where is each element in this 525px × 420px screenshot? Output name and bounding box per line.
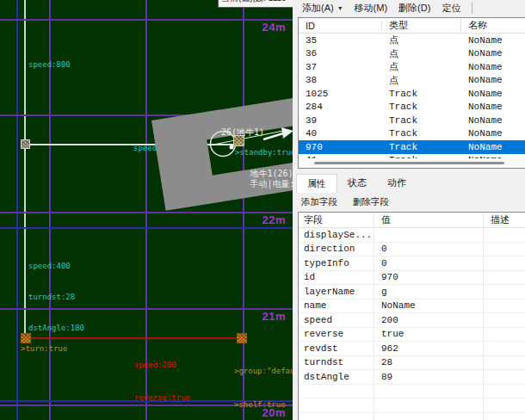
list-header-type[interactable]: 类型 (382, 19, 461, 32)
canvas-label-mid2: turndst:28 (28, 292, 84, 302)
canvas-label-speed800: speed:800 (28, 59, 71, 70)
tab-state[interactable]: 状态 (337, 174, 377, 192)
grid-row-empty[interactable] (299, 398, 525, 413)
menu-locate-label: 定位 (442, 2, 460, 15)
grid-row[interactable]: dstAngle 89 (299, 370, 525, 385)
grid-row-empty[interactable] (299, 385, 525, 399)
chevron-down-icon: ▼ (337, 5, 343, 11)
grid-row[interactable]: layerName g (299, 285, 525, 300)
grid-row[interactable]: revdst 962 (299, 342, 525, 356)
list-row-selected[interactable]: 970 Track NoName (299, 140, 525, 154)
list-cell-id: 38 (299, 75, 382, 85)
vehicle-standby-label: >standby:true (235, 147, 293, 158)
list-cell-type: Track (382, 128, 461, 139)
grid-cell-value[interactable]: 200 (374, 313, 484, 327)
grid-cell-value[interactable]: 89 (374, 370, 484, 384)
ruler-label-22m: 22m (262, 213, 286, 226)
tab-properties[interactable]: 属性 (296, 174, 337, 193)
canvas-label-or1: >group:"defaul (234, 366, 293, 377)
grid-cell-value[interactable]: 28 (374, 356, 484, 370)
grid-header-value[interactable]: 值 (374, 213, 484, 227)
grid-row[interactable]: displaySe... (299, 228, 525, 243)
grid-header-field[interactable]: 字段 (299, 213, 374, 227)
list-cell-name: NoName (461, 142, 525, 152)
grid-cell-value[interactable]: 0 (374, 243, 484, 256)
map-canvas[interactable]: 24m 22m 21m 20m speed: speed:800 speed:4 (0, 0, 293, 420)
grid-cell-field: typeInfo (299, 256, 374, 270)
list-cell-id: 40 (299, 128, 382, 139)
grid-row[interactable]: id 970 (299, 271, 525, 286)
menu-delete[interactable]: 删除(D) (398, 2, 430, 15)
scrollbar-thumb[interactable] (314, 162, 504, 164)
grid-row-empty[interactable] (299, 413, 525, 420)
menu-add-label: 添加(A) (302, 2, 334, 15)
list-header-id[interactable]: ID (299, 21, 382, 31)
grid-row[interactable]: name NoName (299, 300, 525, 314)
list-cell-type: Track (382, 102, 461, 112)
vehicle-mode-label: 手动|电量: (250, 179, 293, 188)
grid-row[interactable]: typeInfo 0 (299, 256, 525, 271)
grid-row[interactable]: turndst 28 (299, 356, 525, 371)
list-row[interactable]: 1025 Track NoName (299, 87, 525, 101)
grid-cell-value[interactable]: 970 (374, 271, 484, 285)
list-cell-id: 284 (299, 102, 382, 112)
list-cell-name: NoName (461, 128, 525, 139)
menu-move[interactable]: 移动(M) (355, 2, 388, 15)
menu-add[interactable]: 添加(A) ▼ (302, 2, 343, 15)
node-point-bottom-right[interactable] (237, 333, 247, 343)
list-row[interactable]: 35 点 NoName (299, 34, 525, 47)
list-row[interactable]: 38 点 NoName (299, 74, 525, 88)
grid-cell-field (299, 413, 374, 420)
grid-row[interactable]: reverse true (299, 328, 525, 343)
ruler-label-24m: 24m (262, 21, 286, 34)
list-cell-name: NoName (461, 89, 525, 99)
node-point-top-left[interactable] (21, 139, 30, 149)
grid-cell-field: name (299, 300, 374, 313)
list-cell-type: 点 (382, 74, 461, 87)
grid-row[interactable]: speed 200 (299, 313, 525, 328)
grid-cell-value (374, 413, 484, 420)
grid-cell-field (299, 398, 374, 412)
grid-header-desc[interactable]: 描述 (484, 213, 525, 226)
grid-cell-value[interactable]: 962 (374, 342, 484, 355)
list-row[interactable]: 40 Track NoName (299, 127, 525, 141)
tab-action[interactable]: 动作 (377, 174, 417, 192)
list-horizontal-scrollbar[interactable] (300, 158, 525, 168)
menubar-separator (472, 3, 472, 14)
grid-cell-value[interactable]: 0 (374, 256, 484, 270)
canvas-label-red2: reverse:true (134, 392, 190, 404)
property-grid: 字段 值 描述 displaySe... direction 0 typeInf… (298, 212, 525, 420)
menu-locate[interactable]: 定位 (442, 2, 460, 15)
list-row[interactable]: 37 点 NoName (299, 60, 525, 74)
list-row[interactable]: 39 Track NoName (299, 114, 525, 127)
side-panel: 添加(A) ▼ 移动(M) 删除(D) 定位 ID 类型 名称 35 点 NoN… (293, 0, 525, 420)
grid-cell-field: layerName (299, 285, 374, 299)
remove-field-button[interactable]: 删除字段 (351, 195, 391, 210)
list-cell-type: 点 (382, 34, 461, 46)
list-cell-name: NoName (461, 62, 525, 72)
grid-cell-field: id (299, 271, 374, 285)
grid-cell-value[interactable]: true (374, 328, 484, 342)
grid-row[interactable]: direction 0 (299, 243, 525, 257)
list-header-name[interactable]: 名称 (461, 19, 525, 32)
app-window: 24m 22m 21m 20m speed: speed:800 speed:4 (0, 0, 525, 420)
grid-cell-value[interactable] (374, 228, 484, 242)
list-row[interactable]: 36 点 NoName (299, 47, 525, 61)
canvas-label-mid3: dstAngle:180 (28, 323, 84, 333)
list-cell-type: Track (382, 142, 461, 152)
panel-menubar: 添加(A) ▼ 移动(M) 删除(D) 定位 (293, 0, 525, 16)
grid-cell-field (299, 385, 374, 398)
list-cell-id: 39 (299, 115, 382, 126)
grid-cell-value[interactable]: NoName (374, 300, 484, 313)
list-cell-name: NoName (461, 35, 525, 46)
direction-arrow-head (281, 127, 293, 139)
canvas-label-mid-block: speed:400 turndst:28 dstAngle:180 (28, 240, 84, 354)
vehicle-status-line: 手动|电量:75 (222, 169, 293, 200)
list-cell-name: NoName (461, 48, 525, 59)
list-cell-type: Track (382, 89, 461, 99)
field-toolbar: 添加字段 删除字段 (300, 195, 403, 210)
list-row[interactable]: 284 Track NoName (299, 101, 525, 114)
grid-cell-value[interactable]: g (374, 285, 484, 299)
add-field-button[interactable]: 添加字段 (300, 195, 339, 210)
grid-cell-value (374, 385, 484, 398)
